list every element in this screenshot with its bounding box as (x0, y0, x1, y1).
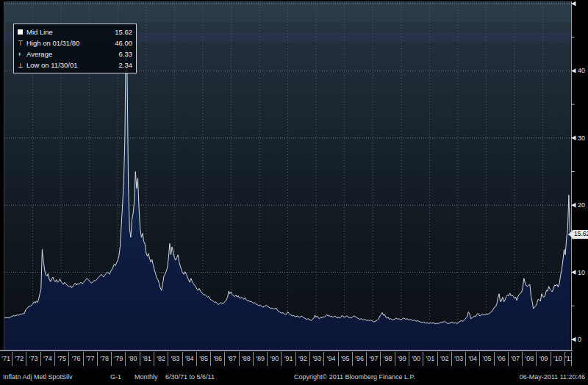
y-axis-tick-label: 30 (578, 134, 585, 142)
x-axis-year-cell: '81 (140, 352, 154, 366)
x-axis-year-cell: '09 (537, 352, 551, 366)
x-axis-year-cell: '98 (381, 352, 395, 366)
x-axis-year-cell: '99 (395, 352, 409, 366)
legend-label: Mid Line (26, 28, 53, 36)
legend-value: 6.33 (119, 50, 133, 58)
legend-value: 2.34 (119, 61, 133, 69)
copyright-text: Copyright© 2011 Bloomberg Finance L.P. (294, 373, 415, 381)
x-axis-year-cell: '94 (324, 352, 338, 366)
x-axis-year-cell: '00 (409, 352, 423, 366)
average-marker-icon: + (18, 51, 26, 58)
legend-label: High on 01/31/80 (26, 39, 79, 47)
last-value-marker: 15.62 (572, 230, 588, 239)
legend-value: 46.00 (115, 39, 132, 47)
x-axis-year-cell: '91 (282, 352, 296, 366)
mid-line-swatch-icon (18, 29, 26, 36)
x-axis-year-cell: '96 (353, 352, 367, 366)
y-axis-tick-label: 10 (578, 269, 585, 276)
x-axis-year-cell: '05 (480, 352, 494, 366)
low-marker-icon: ⊥ (18, 62, 26, 69)
x-axis-year-cell: '77 (84, 352, 98, 366)
legend-row-average: + Average 6.33 (18, 48, 132, 60)
last-value-label: 15.62 (574, 230, 588, 237)
legend-row-mid-line: Mid Line 15.62 (18, 26, 132, 37)
chart-title: Inflatn Adj Metl SpotSilv (3, 373, 73, 381)
x-axis-year-cell: '04 (466, 352, 480, 366)
x-axis-year-cell: '80 (126, 352, 140, 366)
y-axis-tick-label: 40 (578, 67, 585, 74)
x-axis-year-cell: '95 (339, 352, 353, 366)
legend-row-low: ⊥ Low on 11/30/01 2.34 (18, 60, 132, 71)
chart-range: 6/30/71 to 5/6/11 (165, 373, 215, 381)
x-axis-year-cell: '84 (183, 352, 197, 366)
x-axis-year-cell: '73 (27, 352, 41, 366)
legend-row-high: ⊤ High on 01/31/80 46.00 (18, 37, 132, 48)
x-axis-year-cell: '01 (423, 352, 437, 366)
x-axis-year-cell: '89 (254, 352, 268, 366)
x-axis-year-cell: '72 (12, 352, 26, 366)
x-axis-year-cell: '92 (296, 352, 310, 366)
x-axis-year-cell: '11 (565, 352, 572, 366)
x-axis-year-cell: '86 (211, 352, 225, 366)
timestamp: 06-May-2011 11:20:46 (520, 373, 585, 381)
bloomberg-chart-window: Mid Line 15.62 ⊤ High on 01/31/80 46.00 … (0, 0, 588, 385)
x-axis-year-cell: '06 (495, 352, 509, 366)
x-axis-year-cell: '71 (0, 352, 12, 366)
x-axis-year-cell: '07 (509, 352, 523, 366)
legend-box[interactable]: Mid Line 15.62 ⊤ High on 01/31/80 46.00 … (13, 24, 137, 73)
x-axis-year-row: '71'72'73'74'75'76'77'78'79'80'81'82'83'… (0, 350, 573, 368)
legend-label: Average (26, 50, 52, 58)
x-axis-year-cell: '90 (268, 352, 282, 366)
x-axis-year-cell: '93 (310, 352, 324, 366)
x-axis-year-cell: '10 (551, 352, 565, 366)
chart-frequency: Monthly (135, 373, 158, 381)
x-axis-year-cell: '82 (154, 352, 168, 366)
x-axis-year-cell: '88 (240, 352, 254, 366)
marker-arrow-icon (568, 231, 572, 237)
x-axis-year-cell: '87 (225, 352, 239, 366)
x-axis-year-cell: '03 (452, 352, 466, 366)
x-axis-year-cell: '79 (112, 352, 126, 366)
y-axis-tick-label: 20 (578, 201, 585, 209)
x-axis-year-cell: '85 (197, 352, 211, 366)
x-axis-year-cell: '78 (98, 352, 112, 366)
x-axis-year-cell: '97 (367, 352, 381, 366)
y-axis-tick-label: 0 (578, 336, 581, 343)
high-marker-icon: ⊤ (18, 40, 26, 47)
x-axis-year-cell: '75 (55, 352, 69, 366)
x-axis-year-cell: '02 (438, 352, 452, 366)
chart-id: G-1 (110, 373, 121, 381)
x-axis-year-cell: '08 (523, 352, 537, 366)
x-axis-year-cell: '83 (168, 352, 182, 366)
legend-label: Low on 11/30/01 (26, 61, 78, 69)
x-axis-year-cell: '76 (69, 352, 83, 366)
x-axis-year-cell: '74 (41, 352, 55, 366)
legend-value: 15.62 (115, 28, 132, 36)
